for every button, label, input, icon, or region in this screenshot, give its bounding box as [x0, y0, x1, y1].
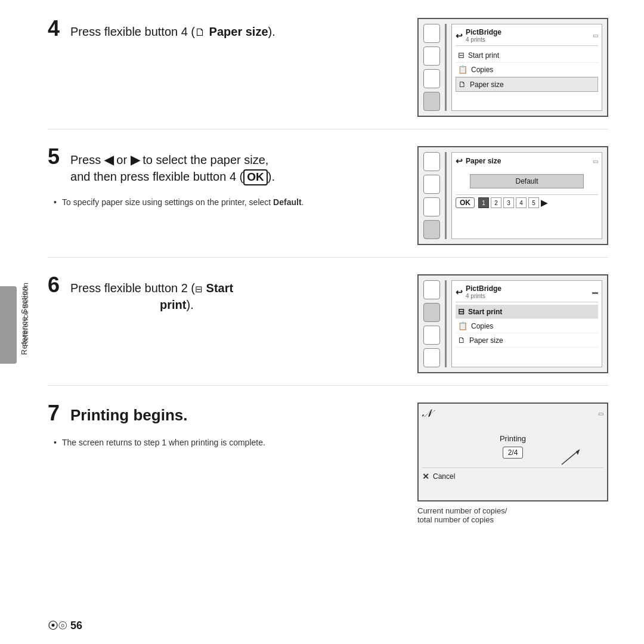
step-6-buttons	[423, 280, 440, 367]
step-4-startprint-label: Start print	[468, 51, 499, 60]
step-6-menu-header: ↩ PictBridge 4 prints ▬	[456, 284, 598, 302]
step-7-note-line1: Current number of copies/	[417, 506, 507, 515]
step-7-cancel-label: Cancel	[433, 472, 455, 481]
start-print-icon: ⊟	[195, 284, 203, 294]
page-camera-icon: ⦿⦾	[48, 620, 67, 632]
step-6-copies-icon: 📋	[458, 321, 467, 330]
step-6-copies-label: Copies	[471, 322, 493, 330]
step-6-header: 6 Press flexible button 2 (⊟ Start print…	[48, 274, 400, 319]
step-4-buttons	[423, 24, 440, 111]
step-6-number: 6	[48, 274, 60, 296]
step-6-startprint-icon: ⊟	[458, 307, 465, 316]
step-4-papersize-icon: 🗋	[459, 80, 466, 89]
step-6-menu-startprint: ⊟ Start print	[456, 305, 598, 319]
step-5-battery: ▭	[593, 158, 598, 165]
step-7-print-header: 𝒩 ▭	[422, 407, 603, 422]
step-4-divider	[445, 24, 447, 111]
step-5-ps-header-left: ↩ Paper size	[456, 156, 501, 166]
step-5-flex-btn-4	[423, 220, 440, 239]
step-6-header-text: PictBridge 4 prints	[466, 284, 501, 299]
step-5-buttons	[423, 152, 440, 239]
step-4-bold: Paper size	[209, 25, 268, 38]
step-4-battery: ▭	[593, 32, 598, 39]
step-6-row: 6 Press flexible button 2 (⊟ Start print…	[48, 274, 608, 386]
ok-circle: OK	[243, 169, 268, 185]
step-7-header: 7 Printing begins.	[48, 402, 400, 432]
step-4-pictbridge-label: PictBridge	[466, 28, 501, 36]
step-5-flex-btn-3	[423, 197, 440, 216]
step-5-num-5: 5	[528, 197, 539, 208]
step-4-header: 4 Press flexible button 4 (🗋 Paper size)…	[48, 18, 400, 46]
step-6-title: Press flexible button 2 (⊟ Start print).	[70, 280, 233, 313]
page-number: 56	[70, 620, 82, 632]
step-4-header-text: PictBridge 4 prints	[466, 28, 501, 43]
step-7-content: 7 Printing begins. The screen returns to…	[48, 402, 417, 449]
step-4-copies-label: Copies	[471, 66, 493, 74]
step-5-num-2: 2	[491, 197, 501, 208]
step-7-camera-icon: 𝒩	[422, 407, 431, 420]
step-6-prints-label: 4 prints	[466, 293, 501, 299]
step-7-battery: ▭	[598, 410, 603, 417]
step-7-screen: 𝒩 ▭ Printing 2/4 ✕ Cancel	[417, 402, 608, 524]
flex-btn-1	[423, 24, 440, 43]
step-5-bullet-1: To specify paper size using settings on …	[54, 196, 400, 209]
step-5-row: 5 Press ◀ or ▶ to select the paper size,…	[48, 146, 608, 258]
step-7-bullets: The screen returns to step 1 when printi…	[48, 436, 400, 449]
step-5-divider	[445, 152, 447, 239]
step-4-header-left: ↩ PictBridge 4 prints	[456, 28, 501, 43]
step-6-flex-btn-4	[423, 348, 440, 367]
step-7-row: 7 Printing begins. The screen returns to…	[48, 402, 608, 536]
step-6-flex-btn-1	[423, 280, 440, 299]
step-5-ok-bar: OK 1 2 3 4 5 ▶	[456, 194, 598, 208]
step-7-note1: Current number of copies/ total number o…	[417, 506, 608, 524]
step-4-device-frame: ↩ PictBridge 4 prints ▭ ⊟ Start print	[417, 18, 608, 117]
step-5-screen-area: ↩ Paper size ▭ Default OK 1 2 3 4	[451, 152, 602, 239]
step-4-menu-papersize: 🗋 Paper size	[456, 77, 598, 92]
step-5-screen: ↩ Paper size ▭ Default OK 1 2 3 4	[417, 146, 608, 245]
step-4-menu-startprint: ⊟ Start print	[456, 48, 598, 63]
flex-btn-4	[423, 92, 440, 111]
step-7-bullet-1: The screen returns to step 1 when printi…	[54, 436, 400, 449]
step-4-screen-area: ↩ PictBridge 4 prints ▭ ⊟ Start print	[451, 24, 602, 111]
step-6-content: 6 Press flexible button 2 (⊟ Start print…	[48, 274, 417, 324]
step-6-back-arrow: ↩	[456, 287, 463, 297]
step-7-print-counter: 2/4	[503, 447, 524, 459]
reference-section-label: Reference Section	[21, 255, 30, 374]
step-5-flex-btn-2	[423, 175, 440, 194]
step-4-content: 4 Press flexible button 4 (🗋 Paper size)…	[48, 18, 417, 51]
flex-btn-2	[423, 47, 440, 66]
step-6-startprint-label: Start print	[468, 308, 502, 316]
step-5-right-arrow: ▶	[541, 198, 547, 208]
step-5-content: 5 Press ◀ or ▶ to select the paper size,…	[48, 146, 417, 209]
step-4-papersize-label: Paper size	[470, 80, 504, 89]
step-4-title: Press flexible button 4 (🗋 Paper size).	[70, 23, 275, 40]
step-5-num-3: 3	[503, 197, 514, 208]
paper-size-icon: 🗋	[195, 26, 206, 38]
step-7-arrow-annotation	[550, 441, 597, 470]
step-4-number: 4	[48, 18, 60, 39]
step-7-counter-container: 2/4	[422, 447, 603, 459]
step-6-flex-btn-2	[423, 303, 440, 322]
flex-btn-3	[423, 69, 440, 88]
step-4-menu-copies: 📋 Copies	[456, 63, 598, 77]
step-6-screen: ↩ PictBridge 4 prints ▬ ⊟ Start print	[417, 274, 608, 373]
step-7-number: 7	[48, 402, 60, 424]
step-4-copies-icon: 📋	[458, 65, 467, 74]
step-5-ok-label: OK	[456, 197, 475, 208]
step-5-ps-header: ↩ Paper size ▭	[456, 156, 598, 168]
step-5-title: Press ◀ or ▶ to select the paper size, a…	[70, 151, 275, 185]
step-4-startprint-icon: ⊟	[458, 51, 465, 60]
step-4-row: 4 Press flexible button 4 (🗋 Paper size)…	[48, 18, 608, 129]
step-7-screen-area: 𝒩 ▭ Printing 2/4 ✕ Cancel	[422, 407, 603, 497]
step-5-num-row: 1 2 3 4 5 ▶	[478, 197, 547, 208]
step-4-prints-label: 4 prints	[466, 36, 501, 43]
step-6-divider	[445, 280, 447, 367]
step-5-number: 5	[48, 146, 60, 168]
step-5-num-4: 4	[516, 197, 527, 208]
step-6-papersize-icon: 🗋	[458, 336, 466, 345]
step-7-device-frame: 𝒩 ▭ Printing 2/4 ✕ Cancel	[417, 402, 608, 501]
step-5-flex-btn-1	[423, 152, 440, 171]
step-7-note-line2: total number of copies	[417, 515, 494, 524]
step-6-pictbridge-label: PictBridge	[466, 284, 501, 293]
step-7-x-icon: ✕	[422, 472, 429, 481]
